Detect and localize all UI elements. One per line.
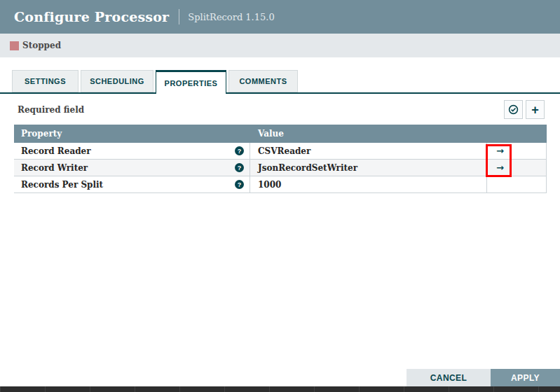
table-header-row: Property Value (14, 125, 547, 143)
property-value[interactable]: 1000 (250, 176, 487, 192)
plus-icon: + (531, 104, 539, 116)
processor-name-version: SplitRecord 1.15.0 (188, 12, 274, 22)
check-circle-icon (508, 104, 519, 115)
table-row: Record Writer ? JsonRecordSetWriter → (14, 160, 547, 176)
canvas-background-strip (0, 386, 560, 392)
required-field-label: Required field (18, 105, 84, 115)
tab-comments[interactable]: COMMENTS (228, 70, 298, 92)
tab-settings[interactable]: SETTINGS (12, 70, 78, 92)
configure-processor-dialog: Configure Processor SplitRecord 1.15.0 S… (0, 0, 560, 392)
go-to-service-arrow-icon[interactable]: → (496, 146, 504, 156)
table-row: Record Reader ? CSVReader → (14, 143, 547, 160)
title-divider (179, 9, 179, 24)
column-header-property: Property (14, 129, 250, 139)
status-bar: Stopped (0, 34, 560, 57)
question-circle-icon[interactable]: ? (235, 180, 244, 189)
status-label: Stopped (22, 41, 61, 50)
property-name: Record Writer (21, 163, 88, 173)
add-property-button[interactable]: + (526, 100, 545, 119)
tab-scheduling[interactable]: SCHEDULING (81, 70, 153, 92)
property-value[interactable]: JsonRecordSetWriter (250, 160, 487, 176)
verify-properties-button[interactable] (504, 100, 523, 119)
properties-table: Property Value Record Reader ? CSVReader… (14, 125, 547, 193)
dialog-title: Configure Processor (14, 9, 169, 24)
dialog-header: Configure Processor SplitRecord 1.15.0 (0, 0, 560, 34)
tab-properties[interactable]: PROPERTIES (156, 70, 226, 94)
go-to-service-arrow-icon[interactable]: → (496, 162, 504, 173)
question-circle-icon[interactable]: ? (235, 146, 244, 155)
question-circle-icon[interactable]: ? (235, 163, 244, 172)
column-header-value: Value (250, 129, 487, 139)
apply-button[interactable]: APPLY (491, 369, 560, 386)
stopped-state-icon (10, 41, 19, 50)
property-name: Records Per Split (21, 180, 103, 190)
cancel-button[interactable]: CANCEL (407, 369, 491, 386)
tab-bar: SETTINGS SCHEDULING PROPERTIES COMMENTS (12, 70, 300, 95)
property-name: Record Reader (21, 146, 91, 156)
property-value[interactable]: CSVReader (250, 143, 487, 159)
table-row: Records Per Split ? 1000 (14, 176, 547, 193)
